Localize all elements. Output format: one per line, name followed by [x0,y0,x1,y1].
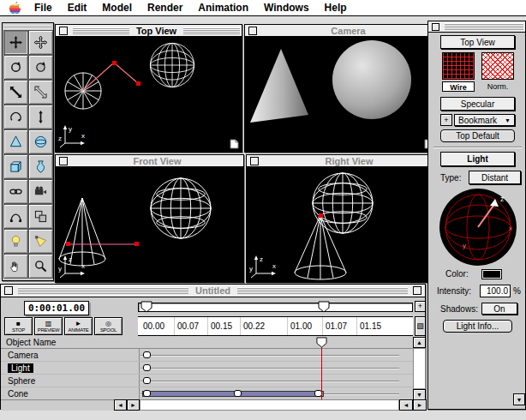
current-time-marker[interactable] [316,337,327,348]
light-handle[interactable] [66,242,70,246]
menu-help[interactable]: Help [317,2,355,14]
render-mode-normal-button[interactable] [481,52,514,80]
move-view-tool[interactable] [3,30,28,55]
cone-tool[interactable] [3,129,28,154]
object-name-cone[interactable]: Cone [1,387,140,400]
viewport-right-canvas[interactable]: z x y [247,167,436,282]
camera-tool[interactable] [28,179,53,204]
viewport-top-canvas[interactable]: y x z [56,37,242,152]
spotlight-tool[interactable] [28,229,53,254]
group-tool[interactable] [28,204,53,229]
magnify-tool[interactable] [28,254,53,279]
cube-tool[interactable] [3,154,28,179]
viewport-right-titlebar[interactable]: Right View [247,155,436,167]
timeline-scroll-left-button[interactable]: ◄ [399,399,413,411]
light-handle[interactable] [112,61,117,65]
object-name-light[interactable]: Light [1,362,140,374]
light-target-handle[interactable] [136,81,140,86]
animate-button[interactable]: ► ANIMATE [64,317,93,335]
light-direction-trackball[interactable]: z x y [439,188,517,267]
timeline-zoom-in-button[interactable]: + [415,301,426,312]
light-info-button[interactable]: Light Info... [443,320,512,333]
keyframe-marker[interactable] [234,390,242,397]
menu-render[interactable]: Render [140,2,190,14]
close-box[interactable] [59,157,68,165]
current-time-line [321,347,322,400]
light-type-popup[interactable]: Distant [469,171,521,184]
camera-track[interactable] [140,355,399,356]
zoom-box[interactable] [413,286,421,295]
object-name-camera[interactable]: Camera [1,349,140,361]
shadows-popup[interactable]: On [481,303,517,315]
inspector-scroll-down-button[interactable]: ▼ [513,393,525,405]
move-tool[interactable] [28,30,53,55]
intensity-field[interactable] [480,285,511,297]
view-default-button[interactable]: Top Default [440,129,515,142]
range-end-handle[interactable] [318,301,330,313]
light-target-handle[interactable] [134,242,139,246]
object-name-sphere[interactable]: Sphere [1,375,140,387]
timeline-scroll-right-button[interactable]: ► [413,399,427,411]
keyframe-marker[interactable] [143,351,151,358]
name-scroll-left-button[interactable]: ◄ [114,399,127,411]
viewport-front-titlebar[interactable]: Front View [56,155,243,167]
name-scroll-right-button[interactable]: ► [127,399,140,411]
menu-windows[interactable]: Windows [256,2,317,14]
view-popup[interactable]: Top View [440,35,515,49]
menu-model[interactable]: Model [94,2,140,14]
inspector-titlebar[interactable] [428,21,525,33]
viewport-top-titlebar[interactable]: Top View [56,25,242,37]
preview-button[interactable]: ▥ PREVIEW [34,317,63,335]
page-corner-icon[interactable] [230,139,239,149]
viewport-camera-canvas[interactable] [245,37,436,152]
object-popup[interactable]: Light [440,152,515,166]
close-box[interactable] [250,157,259,165]
path-tool[interactable] [3,204,28,229]
hand-tool[interactable] [3,254,28,279]
apple-menu[interactable] [9,1,21,15]
light-track[interactable] [140,368,399,369]
timeline-options-button[interactable]: ▧ [415,316,426,336]
time-range-slider-track[interactable] [138,303,413,312]
close-box[interactable] [432,23,439,31]
light-color-swatch[interactable] [481,269,502,279]
palette-drag-strip[interactable] [4,25,51,29]
arrow-left-icon: ◄ [117,402,123,408]
menu-edit[interactable]: Edit [60,2,95,14]
menu-animation[interactable]: Animation [190,2,256,14]
cone-duration-bar[interactable] [142,391,324,397]
spool-button[interactable]: ◎ SPOOL [94,317,123,335]
keyframe-marker[interactable] [143,364,151,371]
close-box[interactable] [248,27,257,35]
close-box[interactable] [4,286,13,295]
sphere-track[interactable] [140,381,399,381]
sequencer-titlebar[interactable]: Untitled [1,285,425,297]
rows-scroll-up-button[interactable]: ▲ [413,337,426,348]
lathe-tool[interactable] [28,154,53,179]
keyframe-marker[interactable] [143,390,151,397]
bookmark-add-button[interactable]: + [440,114,452,126]
rotate-view-tool[interactable] [3,55,28,80]
keyframe-marker[interactable] [143,377,151,384]
rows-scrollbar-track[interactable] [413,348,426,389]
squash-tool[interactable] [28,105,53,129]
rotate-tool[interactable] [28,55,53,80]
bookmark-popup[interactable]: Bookmark ▼ [454,114,515,126]
stop-button[interactable]: ■ STOP [4,317,33,335]
scale-tool[interactable] [28,80,53,105]
link-tool[interactable] [3,179,28,204]
bank-view-tool[interactable] [3,105,28,129]
shading-popup[interactable]: Specular [440,97,515,111]
svg-text:x: x [509,225,512,232]
light-tool[interactable] [3,229,28,254]
viewport-camera-titlebar[interactable]: Camera [245,25,436,37]
sphere-tool[interactable] [28,129,53,154]
timeline-hscroll-track[interactable] [140,399,399,411]
menu-file[interactable]: File [27,2,60,14]
render-mode-wire-button[interactable] [442,52,475,80]
viewport-front-canvas[interactable]: z x y [56,167,243,282]
light-handle[interactable] [319,213,323,218]
close-box[interactable] [59,27,68,35]
zoom-view-tool[interactable] [3,80,28,105]
range-start-handle[interactable] [140,301,152,313]
